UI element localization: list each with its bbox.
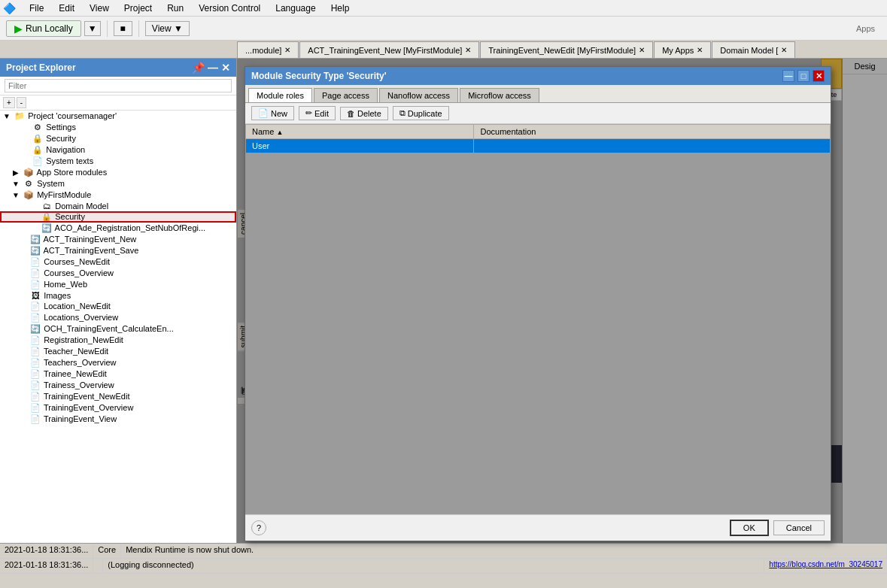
tree-item-registration-newedit[interactable]: 📄 Registration_NewEdit	[0, 335, 236, 346]
modal-tab-module-roles[interactable]: Module roles	[248, 88, 312, 102]
images-label: Images	[44, 291, 71, 300]
collapse-all-button[interactable]: -	[17, 97, 26, 108]
tab-0[interactable]: ...module] ✕	[237, 41, 299, 58]
modal-edit-button[interactable]: ✏ Edit	[299, 106, 336, 120]
trainingevent-overview-icon: 📄	[29, 403, 41, 413]
tree-item-trainingevent-newedit[interactable]: 📄 TrainingEvent_NewEdit	[0, 391, 236, 402]
tab-myapps-close[interactable]: ✕	[697, 46, 703, 54]
systemtexts-label: System texts	[46, 156, 93, 165]
status-2-message: (Logging disconnected)	[103, 559, 764, 573]
tab-1[interactable]: ACT_TrainingEvent_New [MyFirstModule] ✕	[299, 41, 479, 58]
tree-item-myfirstmodule[interactable]: ▼ 📦 MyFirstModule	[0, 189, 236, 201]
tree-item-location-newedit[interactable]: 📄 Location_NewEdit	[0, 301, 236, 312]
explorer-pin-button[interactable]: 📌	[192, 62, 205, 74]
menu-project[interactable]: Project	[120, 2, 156, 15]
tree-item-domainmodel[interactable]: 🗂 Domain Model	[0, 201, 236, 211]
modal-close-button[interactable]: ✕	[813, 70, 825, 82]
modal-tab-microflow[interactable]: Microflow access	[460, 88, 539, 102]
explorer-filter-input[interactable]	[5, 79, 232, 92]
tab-domainmodel[interactable]: Domain Model [ ✕	[712, 41, 795, 58]
tree-item-navigation-project[interactable]: 🔒 Navigation	[0, 144, 236, 156]
security-module-icon: 🔒	[41, 212, 53, 222]
tree-item-trainingevent-view[interactable]: 📄 TrainingEvent_View	[0, 414, 236, 425]
tree-item-trainess-overview[interactable]: 📄 Trainess_Overview	[0, 380, 236, 391]
myfirstmodule-toggle[interactable]: ▼	[11, 191, 20, 199]
tree-item-home-web[interactable]: 📄 Home_Web	[0, 279, 236, 290]
toolbar-separator-1	[107, 20, 108, 37]
tree-item-trainingevent-overview[interactable]: 📄 TrainingEvent_Overview	[0, 402, 236, 414]
tree-item-security-project[interactable]: 🔒 Security	[0, 133, 236, 144]
tab-0-close[interactable]: ✕	[284, 46, 290, 54]
tree-item-act-new[interactable]: 🔄 ACT_TrainingEvent_New	[0, 234, 236, 245]
menu-run[interactable]: Run	[163, 2, 188, 15]
modal-delete-button[interactable]: 🗑 Delete	[340, 107, 388, 120]
status-url-link[interactable]: https://blog.csdn.net/m_30245017	[764, 559, 887, 573]
tree-item-courses-overview[interactable]: 📄 Courses_Overview	[0, 268, 236, 279]
tree-item-appstore[interactable]: ▶ 📦 App Store modules	[0, 167, 236, 178]
help-button[interactable]: ?	[251, 520, 266, 535]
run-dropdown[interactable]: ▼	[84, 21, 101, 36]
tab-2[interactable]: TrainingEvent_NewEdit [MyFirstModule] ✕	[480, 41, 653, 58]
tree-item-locations-overview[interactable]: 📄 Locations_Overview	[0, 312, 236, 323]
menubar: 🔷 File Edit View Project Run Version Con…	[0, 0, 887, 17]
root-toggle[interactable]: ▼	[2, 112, 11, 120]
system-toggle[interactable]: ▼	[11, 180, 20, 188]
trainingevent-newedit-label: TrainingEvent_NewEdit	[44, 392, 130, 401]
column-name-label: Name	[252, 127, 274, 136]
menu-edit[interactable]: Edit	[54, 2, 79, 15]
tree-item-settings[interactable]: ⚙ Settings	[0, 122, 236, 133]
tree-item-trainee-newedit[interactable]: 📄 Trainee_NewEdit	[0, 368, 236, 380]
teachers-overview-icon: 📄	[29, 358, 41, 368]
och-icon: 🔄	[29, 324, 41, 334]
tree-item-teacher-newedit[interactable]: 📄 Teacher_NewEdit	[0, 346, 236, 357]
modal-maximize-button[interactable]: □	[797, 70, 810, 82]
tree-item-courses-newedit[interactable]: 📄 Courses_NewEdit	[0, 256, 236, 268]
column-header-documentation[interactable]: Documentation	[474, 125, 831, 139]
menu-language[interactable]: Language	[271, 2, 320, 15]
locations-overview-label: Locations_Overview	[44, 313, 118, 322]
modal-title: Module Security Type 'Security'	[251, 71, 387, 81]
modal-ok-button[interactable]: OK	[730, 520, 769, 536]
main-area: Project Explorer 📌 — ✕ + - ▼ 📁 Project '…	[0, 59, 887, 543]
tab-myapps[interactable]: My Apps ✕	[654, 41, 711, 58]
right-area: Desig lete cancel submit 制目 Module Secur…	[237, 59, 887, 543]
explorer-close-button[interactable]: ✕	[221, 62, 230, 74]
explorer-minimize-button[interactable]: —	[208, 62, 218, 74]
expand-all-button[interactable]: +	[3, 97, 15, 108]
menu-version-control[interactable]: Version Control	[194, 2, 265, 15]
tree-item-systemtexts[interactable]: 📄 System texts	[0, 156, 236, 167]
act-save-icon: 🔄	[29, 246, 41, 256]
modal-cancel-button[interactable]: Cancel	[773, 520, 825, 535]
tree-item-system[interactable]: ▼ ⚙ System	[0, 178, 236, 189]
tree-item-act-save[interactable]: 🔄 ACT_TrainingEvent_Save	[0, 245, 236, 256]
tree-item-teachers-overview[interactable]: 📄 Teachers_Overview	[0, 357, 236, 368]
modal-new-button[interactable]: 📄 New	[251, 106, 294, 120]
tree-item-aco[interactable]: 🔄 ACO_Ade_Registration_SetNubOfRegi...	[0, 223, 236, 234]
delete-label: Delete	[357, 109, 381, 118]
run-locally-button[interactable]: ▶ Run Locally	[6, 20, 81, 37]
tab-domainmodel-close[interactable]: ✕	[781, 46, 787, 54]
trainingevent-overview-label: TrainingEvent_Overview	[44, 403, 133, 412]
view-button[interactable]: View ▼	[145, 21, 190, 36]
security-project-label: Security	[46, 134, 76, 143]
menu-file[interactable]: File	[25, 2, 48, 15]
modal-tab-nanoflow[interactable]: Nanoflow access	[379, 88, 458, 102]
tree-item-och[interactable]: 🔄 OCH_TrainingEvent_CalculateEn...	[0, 323, 236, 335]
modal-tab-page-access[interactable]: Page access	[314, 88, 378, 102]
tab-2-close[interactable]: ✕	[639, 46, 645, 54]
tree-item-security-module[interactable]: 🔒 Security	[0, 211, 236, 223]
tree-item-root[interactable]: ▼ 📁 Project 'coursemanager'	[0, 111, 236, 122]
column-header-name[interactable]: Name ▲	[246, 125, 474, 139]
modal-toolbar: 📄 New ✏ Edit 🗑 Delete ⧉ Duplicate	[245, 103, 831, 124]
system-icon: ⚙	[23, 179, 35, 189]
appstore-toggle[interactable]: ▶	[11, 168, 20, 177]
modal-duplicate-button[interactable]: ⧉ Duplicate	[393, 106, 449, 120]
modal-minimize-button[interactable]: —	[782, 70, 794, 82]
tree-item-images[interactable]: 🖼 Images	[0, 290, 236, 301]
stop-button[interactable]: ■	[114, 21, 132, 36]
tab-1-close[interactable]: ✕	[465, 46, 471, 54]
trainee-newedit-icon: 📄	[29, 369, 41, 379]
menu-help[interactable]: Help	[327, 2, 354, 15]
table-row[interactable]: User	[246, 139, 831, 153]
menu-view[interactable]: View	[85, 2, 114, 15]
